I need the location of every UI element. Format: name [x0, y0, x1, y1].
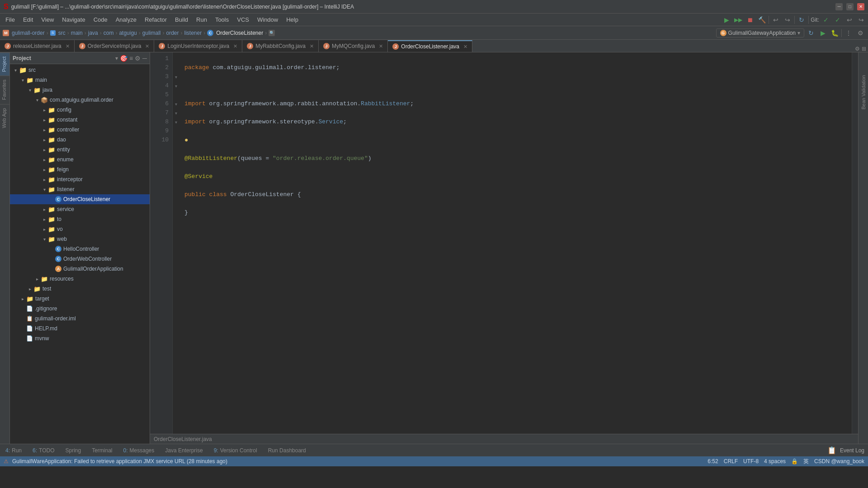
- menu-refactor[interactable]: Refactor: [141, 15, 170, 24]
- tab-close-myMQConfig[interactable]: ✕: [379, 43, 383, 49]
- stop-button[interactable]: ⏹: [745, 15, 755, 25]
- menu-window[interactable]: Window: [254, 15, 282, 24]
- menu-navigate[interactable]: Navigate: [58, 15, 89, 24]
- tab-close-releaseListener[interactable]: ✕: [66, 43, 70, 49]
- tab-releaseListener[interactable]: J releaseListener.java ✕: [0, 40, 75, 52]
- menu-build[interactable]: Build: [171, 15, 192, 24]
- tree-to[interactable]: 📁 to: [10, 214, 150, 224]
- git-checkmark2[interactable]: ✓: [833, 15, 843, 25]
- tree-interceptor[interactable]: 📁 interceptor: [10, 174, 150, 184]
- bottom-tab-terminal[interactable]: Terminal: [90, 444, 114, 456]
- tree-listener[interactable]: 📁 listener: [10, 184, 150, 194]
- redo-button[interactable]: ↪: [783, 15, 793, 25]
- build-button[interactable]: 🔨: [757, 15, 767, 25]
- bottom-tab-messages[interactable]: 0: Messages: [122, 444, 156, 456]
- menu-edit[interactable]: Edit: [19, 15, 37, 24]
- debug-button[interactable]: ▶▶: [733, 15, 743, 25]
- breadcrumb-order[interactable]: order: [166, 30, 179, 36]
- status-position[interactable]: 6:52: [708, 458, 718, 465]
- bottom-tab-run-dashboard[interactable]: Run Dashboard: [266, 444, 308, 456]
- tree-OrderCloseListener[interactable]: C OrderCloseListener: [10, 194, 150, 204]
- tree-constant[interactable]: 📁 constant: [10, 115, 150, 125]
- bottom-tab-spring[interactable]: Spring: [64, 444, 83, 456]
- tab-orderServiceImpl[interactable]: J OrderServiceImpl.java ✕: [75, 40, 155, 52]
- tree-package[interactable]: 📦 com.atguigu.gulimall.order: [10, 95, 150, 105]
- panel-hide[interactable]: ─: [142, 55, 147, 62]
- tree-web[interactable]: 📁 web: [10, 234, 150, 244]
- breadcrumb-gulimall[interactable]: gulimall: [142, 30, 161, 36]
- git-undo[interactable]: ↩: [844, 15, 854, 25]
- run-button[interactable]: ▶: [722, 15, 731, 25]
- vert-tab-webapp[interactable]: Web App: [0, 104, 9, 131]
- vert-tab-project[interactable]: Project: [0, 52, 9, 75]
- event-log-icon[interactable]: 📋: [827, 446, 836, 455]
- toolbar-more[interactable]: ⋮: [844, 28, 854, 38]
- toolbar-debug[interactable]: 🐛: [830, 28, 840, 38]
- menu-vcs[interactable]: VCS: [233, 15, 253, 24]
- tab-myMQConfig[interactable]: J MyMQConfig.java ✕: [319, 40, 388, 52]
- tree-vo[interactable]: 📁 vo: [10, 224, 150, 234]
- run-config-dropdown[interactable]: G GulimallGatewayApplication ▾: [716, 28, 804, 38]
- tab-close-loginUserInterceptor[interactable]: ✕: [233, 43, 237, 49]
- tree-mvnw[interactable]: 📄 mvnw: [10, 333, 150, 343]
- tree-test[interactable]: 📁 test: [10, 284, 150, 294]
- status-lang[interactable]: 英: [803, 458, 809, 465]
- tree-OrderWebController[interactable]: C OrderWebController: [10, 254, 150, 264]
- tree-help[interactable]: 📄 HELP.md: [10, 324, 150, 333]
- breadcrumb-java[interactable]: java: [88, 30, 98, 36]
- panel-locate[interactable]: 🎯: [120, 55, 127, 62]
- tree-iml[interactable]: 📋 gulimall-order.iml: [10, 314, 150, 324]
- tree-resources[interactable]: 📁 resources: [10, 274, 150, 284]
- tree-service[interactable]: 📁 service: [10, 204, 150, 214]
- git-checkmark1[interactable]: ✓: [821, 15, 831, 25]
- tree-gitignore[interactable]: 📄 .gitignore: [10, 304, 150, 314]
- tree-target[interactable]: 📁 target: [10, 294, 150, 304]
- panel-settings[interactable]: ⚙: [135, 55, 141, 62]
- tree-entity[interactable]: 📁 entity: [10, 145, 150, 155]
- right-sidebar-bean-validation[interactable]: Bean Validation: [861, 75, 866, 109]
- toolbar-refresh[interactable]: ↻: [806, 28, 816, 38]
- bottom-tab-version-control[interactable]: 9: Version Control: [212, 444, 259, 456]
- tab-close-orderServiceImpl[interactable]: ✕: [145, 43, 149, 49]
- tab-myRabbitConfig[interactable]: J MyRabbitConfig.java ✕: [242, 40, 319, 52]
- toolbar-settings[interactable]: ⚙: [855, 28, 865, 38]
- refresh-button[interactable]: ↻: [797, 15, 807, 25]
- toolbar-run[interactable]: ▶: [818, 28, 828, 38]
- tab-orderCloseListener[interactable]: J OrderCloseListener.java ✕: [388, 40, 472, 52]
- tab-loginUserInterceptor[interactable]: J LoginUserInterceptor.java ✕: [154, 40, 242, 52]
- code-editor[interactable]: package com.atguigu.gulimall.order.liste…: [179, 52, 852, 434]
- tree-src[interactable]: 📁 src: [10, 65, 150, 75]
- fold-arrow-8[interactable]: ▾: [173, 117, 179, 127]
- tab-settings-icon[interactable]: ⚙: [855, 46, 860, 52]
- tree-config[interactable]: 📁 config: [10, 105, 150, 115]
- breadcrumb-main[interactable]: main: [71, 30, 83, 36]
- panel-collapse[interactable]: ≡: [129, 55, 133, 62]
- menu-analyze[interactable]: Analyze: [112, 15, 140, 24]
- breadcrumb-com[interactable]: com: [104, 30, 114, 36]
- menu-view[interactable]: View: [38, 15, 57, 24]
- tree-java[interactable]: 📁 java: [10, 85, 150, 95]
- menu-code[interactable]: Code: [90, 15, 111, 24]
- code-container[interactable]: 1 2 3 4 5 6 7 8 9 10 ▾ ▾ ▾ ▾ ▾: [150, 52, 858, 434]
- menu-file[interactable]: File: [2, 15, 19, 24]
- bottom-tab-todo[interactable]: 6: TODO: [31, 444, 56, 456]
- status-encoding[interactable]: UTF-8: [743, 458, 759, 465]
- search-nav-icon[interactable]: 🔍: [269, 30, 275, 36]
- breadcrumb-class[interactable]: OrderCloseListener: [216, 30, 263, 36]
- tree-enume[interactable]: 📁 enume: [10, 155, 150, 164]
- close-button[interactable]: ✕: [857, 3, 864, 10]
- event-log-label[interactable]: Event Log: [840, 447, 864, 454]
- menu-run[interactable]: Run: [193, 15, 211, 24]
- bottom-tab-java-enterprise[interactable]: Java Enterprise: [163, 444, 204, 456]
- status-indent[interactable]: 4 spaces: [764, 458, 786, 465]
- tree-dao[interactable]: 📁 dao: [10, 135, 150, 145]
- breadcrumb-atguigu[interactable]: atguigu: [119, 30, 137, 36]
- maximize-button[interactable]: □: [846, 3, 854, 10]
- git-redo[interactable]: ↪: [856, 15, 866, 25]
- tree-controller[interactable]: 📁 controller: [10, 125, 150, 135]
- tab-split-icon[interactable]: ⊞: [862, 46, 866, 52]
- tree-GulimallOrderApplication[interactable]: A GulimallOrderApplication: [10, 264, 150, 274]
- fold-arrow-7[interactable]: ▾: [173, 108, 179, 117]
- breadcrumb-module[interactable]: gulimall-order: [12, 30, 45, 36]
- tree-HelloController[interactable]: C HelloController: [10, 244, 150, 254]
